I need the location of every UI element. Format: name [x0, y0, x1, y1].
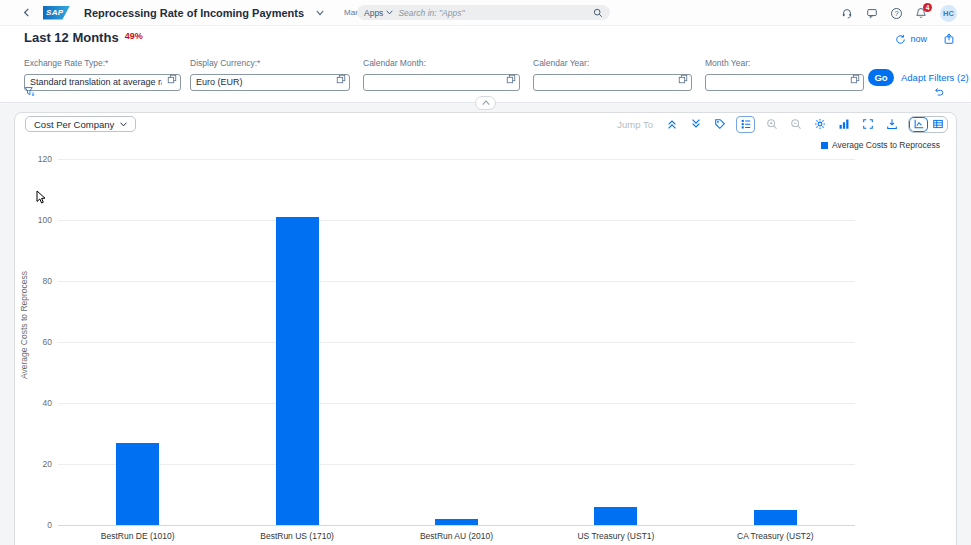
filter-label-exchange-rate-type: Exchange Rate Type:*	[24, 58, 181, 68]
chart-type-icon[interactable]	[836, 117, 851, 132]
y-axis-tick: 120	[22, 154, 52, 164]
filter-label-calendar-year: Calendar Year:	[533, 58, 692, 68]
search-icon[interactable]	[593, 8, 603, 18]
y-axis-tick: 20	[22, 459, 52, 469]
bar-CA Treasury (UST2)[interactable]	[754, 510, 797, 525]
notification-count-badge: 4	[923, 3, 932, 12]
search-input[interactable]: Search in: "Apps"	[398, 8, 588, 18]
chevron-down-icon	[120, 122, 127, 127]
x-axis-label: BestRun US (1710)	[222, 531, 372, 541]
filter-label-display-currency: Display Currency:*	[190, 58, 350, 68]
notifications-bell-icon[interactable]: 4	[915, 7, 927, 19]
sap-logo: SAP	[43, 6, 70, 20]
value-help-icon[interactable]	[336, 74, 346, 84]
feedback-icon[interactable]	[866, 7, 878, 19]
chevron-up-icon	[482, 100, 490, 106]
page-title: Last 12 Months	[24, 30, 119, 45]
legend-label: Average Costs to Reprocess	[832, 140, 940, 150]
bar-BestRun DE (1010)[interactable]	[116, 443, 159, 525]
fullscreen-icon[interactable]	[860, 117, 875, 132]
x-axis-label: US Treasury (UST1)	[541, 531, 691, 541]
gridline	[58, 220, 855, 221]
bar-US Treasury (UST1)[interactable]	[594, 507, 637, 525]
share-icon[interactable]	[943, 33, 955, 45]
value-help-icon[interactable]	[506, 74, 516, 84]
app-title[interactable]: Reprocessing Rate of Incoming Payments	[84, 7, 304, 19]
bar-chart: Average Costs to Reprocess Average Costs…	[15, 135, 956, 545]
legend-swatch	[821, 142, 828, 149]
data-label-icon[interactable]	[712, 117, 727, 132]
y-axis-tick: 100	[22, 215, 52, 225]
refresh-icon	[895, 34, 906, 45]
y-axis-title: Average Costs to Reprocess	[19, 240, 29, 410]
y-axis-tick: 60	[22, 337, 52, 347]
support-headset-icon[interactable]	[841, 7, 853, 19]
chart-view-icon[interactable]	[909, 117, 928, 132]
legend-icon[interactable]	[736, 116, 755, 133]
search-scope-select[interactable]: Apps	[364, 8, 393, 18]
drill-up-icon[interactable]	[664, 117, 679, 132]
value-help-icon[interactable]	[850, 74, 860, 84]
chevron-down-icon	[386, 10, 393, 15]
kpi-value: 49%	[125, 31, 143, 41]
gridline	[58, 464, 855, 465]
zoom-out-icon	[788, 117, 803, 132]
value-help-icon[interactable]	[167, 74, 177, 84]
table-view-icon[interactable]	[928, 117, 947, 132]
filter-label-month-year: Month Year:	[705, 58, 864, 68]
value-help-icon[interactable]	[678, 74, 688, 84]
collapse-header-button[interactable]	[475, 96, 496, 110]
bar-BestRun AU (2010)[interactable]	[435, 519, 478, 525]
chart-legend[interactable]: Average Costs to Reprocess	[821, 140, 940, 150]
refresh-button[interactable]: now	[895, 34, 927, 45]
back-icon[interactable]	[22, 8, 31, 17]
gridline	[58, 403, 855, 404]
calendar-month-field[interactable]	[363, 74, 520, 91]
display-currency-field[interactable]	[190, 74, 350, 91]
undo-icon[interactable]	[933, 86, 944, 97]
exchange-rate-type-field[interactable]	[24, 74, 181, 91]
page-header: Last 12 Months 49% now	[0, 26, 971, 50]
month-year-field[interactable]	[705, 74, 864, 91]
app-title-chevron-down-icon[interactable]	[316, 10, 324, 16]
x-axis-line	[58, 525, 855, 526]
x-axis-label: BestRun AU (2010)	[382, 531, 532, 541]
add-filter-funnel-icon[interactable]	[24, 86, 35, 97]
avatar[interactable]: HC	[940, 5, 957, 22]
gridline	[58, 159, 855, 160]
y-axis-tick: 0	[22, 520, 52, 530]
shell-header: SAP Reprocessing Rate of Incoming Paymen…	[0, 0, 971, 26]
view-switch	[908, 116, 948, 133]
refresh-label: now	[910, 34, 927, 44]
download-icon[interactable]	[884, 117, 899, 132]
bar-BestRun US (1710)[interactable]	[276, 217, 319, 525]
x-axis-label: BestRun DE (1010)	[63, 531, 213, 541]
jump-to-button[interactable]: Jump To	[617, 119, 653, 130]
filter-label-calendar-month: Calendar Month:	[363, 58, 520, 68]
adapt-filters-link[interactable]: Adapt Filters (2)	[901, 72, 969, 83]
go-button[interactable]: Go	[868, 69, 894, 86]
y-axis-tick: 80	[22, 276, 52, 286]
gridline	[58, 281, 855, 282]
app-window: SAP Reprocessing Rate of Incoming Paymen…	[0, 0, 971, 545]
chart-card: Cost Per Company Jump To Average Costs t…	[14, 112, 957, 545]
gridline	[58, 342, 855, 343]
shell-search[interactable]: Apps Search in: "Apps"	[357, 5, 610, 20]
dimension-selector[interactable]: Cost Per Company	[25, 116, 136, 132]
drill-down-icon[interactable]	[688, 117, 703, 132]
help-icon[interactable]: ?	[891, 8, 902, 19]
settings-icon[interactable]	[812, 117, 827, 132]
zoom-in-icon	[764, 117, 779, 132]
y-axis-tick: 40	[22, 398, 52, 408]
x-axis-label: CA Treasury (UST2)	[700, 531, 850, 541]
calendar-year-field[interactable]	[533, 74, 692, 91]
chart-toolbar: Cost Per Company Jump To	[15, 113, 956, 135]
